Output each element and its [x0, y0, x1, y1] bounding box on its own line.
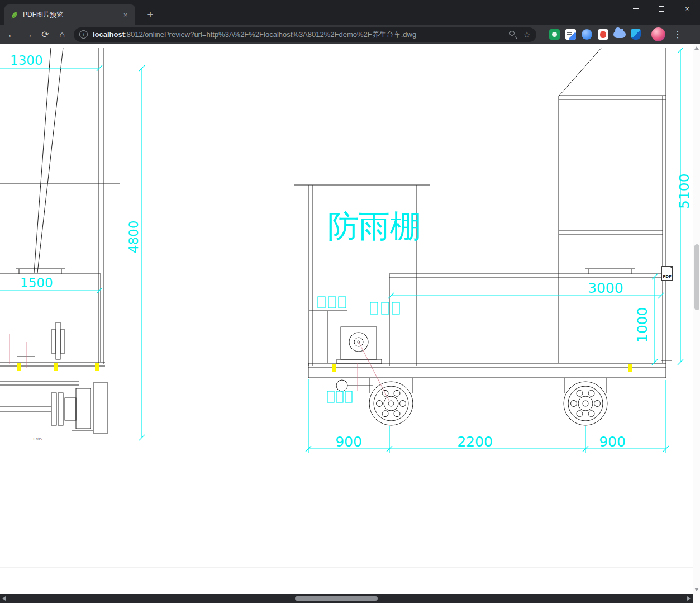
url-path: :8012/onlinePreview?url=http%3A%2F%2Floc… — [125, 30, 416, 39]
left-view-leader-lines — [9, 334, 26, 368]
canopy-label: 防雨棚 — [327, 208, 421, 244]
bottom-bar — [0, 594, 700, 603]
extension-green-icon[interactable] — [546, 27, 563, 42]
extensions-area — [546, 27, 644, 42]
maximize-icon — [659, 6, 664, 12]
extension-translate-icon[interactable] — [563, 27, 579, 42]
scrollbar-corner — [693, 594, 700, 603]
scroll-down-arrow[interactable] — [694, 588, 699, 591]
dim-1500: 1500 — [20, 276, 53, 290]
preview-page: 1300 4800 1500 1785 — [0, 44, 693, 594]
maximize-button[interactable] — [649, 0, 674, 17]
close-icon: × — [685, 4, 689, 13]
vertical-scroll-thumb[interactable] — [694, 244, 699, 310]
dim-5100: 5100 — [676, 173, 692, 209]
dim-900-left: 900 — [335, 434, 362, 450]
scroll-left-arrow[interactable] — [2, 596, 6, 601]
dim-900-right: 900 — [599, 434, 626, 450]
dim-2200: 2200 — [457, 434, 493, 450]
left-view-dimensions: 1300 4800 1500 1785 — [0, 53, 145, 441]
wheel-left — [369, 382, 413, 425]
extension-blue-circle-icon[interactable] — [579, 27, 595, 42]
spring-leaf-favicon — [9, 11, 18, 20]
browser-toolbar: ← → ⟳ ⌂ i localhost:8012/onlinePreview?u… — [0, 25, 700, 44]
horizontal-scrollbar[interactable] — [0, 594, 693, 603]
url-text: localhost:8012/onlinePreview?url=http%3A… — [93, 30, 506, 40]
back-button[interactable]: ← — [3, 27, 20, 42]
new-tab-button[interactable]: + — [143, 7, 158, 22]
reload-button[interactable]: ⟳ — [37, 27, 54, 42]
content-area: 1300 4800 1500 1785 — [0, 44, 700, 594]
tab-title: PDF图片预览 — [23, 10, 121, 20]
pdf-page-fold-icon — [669, 266, 673, 270]
scroll-up-arrow[interactable] — [694, 46, 699, 50]
horizontal-scroll-thumb[interactable] — [295, 596, 378, 601]
dim-4800: 4800 — [126, 220, 141, 253]
dim-1300: 1300 — [10, 53, 43, 68]
scroll-right-arrow[interactable] — [687, 596, 691, 601]
close-window-button[interactable]: × — [674, 0, 700, 17]
url-host: localhost — [93, 30, 125, 39]
pdf-badge-button[interactable]: PDF — [661, 266, 673, 281]
minimize-button[interactable] — [623, 0, 649, 17]
tab-strip: PDF图片预览 × + × — [0, 0, 700, 25]
window-controls: × — [623, 0, 700, 17]
address-bar[interactable]: i localhost:8012/onlinePreview?url=http%… — [74, 27, 536, 42]
browser-tab[interactable]: PDF图片预览 × — [4, 4, 135, 25]
browser-menu-icon[interactable]: ⋮ — [670, 27, 685, 42]
forward-button[interactable]: → — [20, 27, 37, 42]
home-button[interactable]: ⌂ — [54, 27, 70, 42]
left-view-highlights — [17, 363, 99, 371]
browser-window: PDF图片预览 × + × ← → ⟳ ⌂ i localhost:8012/o… — [0, 0, 700, 603]
zoom-icon[interactable] — [509, 30, 518, 39]
right-view-dimensions: 防雨棚 5100 3000 1000 — [306, 48, 692, 453]
extension-cloud-icon[interactable] — [611, 27, 627, 42]
vertical-scrollbar[interactable] — [693, 44, 700, 594]
wheel-right — [564, 382, 607, 425]
dim-1000: 1000 — [634, 307, 650, 343]
pdf-badge-label: PDF — [663, 274, 672, 279]
cad-drawing: 1300 4800 1500 1785 — [0, 44, 693, 594]
profile-avatar[interactable] — [651, 27, 665, 41]
page-info-icon[interactable]: i — [79, 30, 88, 39]
right-view-highlights — [332, 364, 632, 372]
extension-red-icon[interactable] — [595, 27, 611, 42]
left-view-geometry — [0, 48, 120, 434]
minimize-icon — [633, 8, 639, 9]
bookmark-star-icon[interactable]: ☆ — [523, 30, 531, 40]
dim-small: 1785 — [32, 437, 42, 441]
extension-shield-icon[interactable] — [627, 27, 644, 42]
tab-close-icon[interactable]: × — [121, 10, 130, 20]
dim-3000: 3000 — [588, 280, 623, 296]
